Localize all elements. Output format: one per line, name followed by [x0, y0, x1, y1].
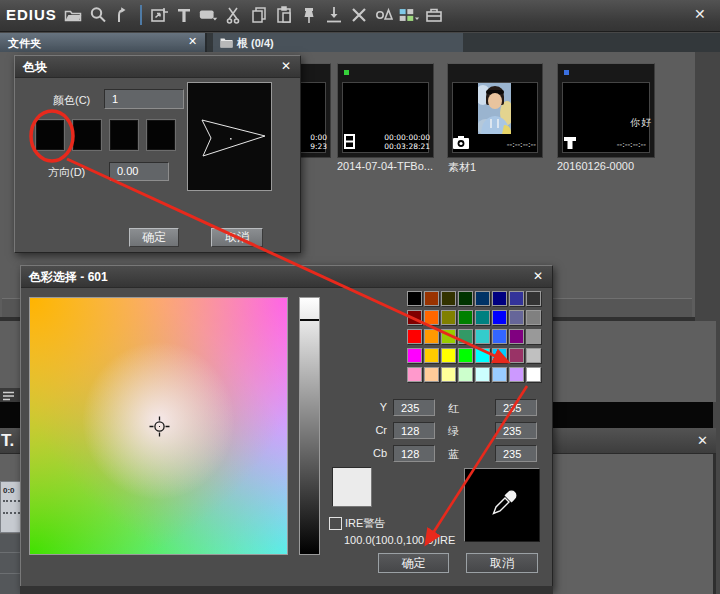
palette-swatch-r5c7[interactable] — [510, 368, 523, 381]
color-swatch-1[interactable] — [35, 119, 65, 151]
palette-swatch-r3c8[interactable] — [527, 330, 540, 343]
palette-swatch-r3c2[interactable] — [425, 330, 438, 343]
clip-4-timecode: --:--:--:-- — [617, 141, 646, 149]
insert-to-timeline-icon[interactable] — [323, 4, 345, 26]
palette-swatch-r4c2[interactable] — [425, 349, 438, 362]
preset-color-palette — [408, 292, 540, 381]
color-block-title: 色块 — [23, 59, 47, 76]
clip-2-timecode-dur: 00:03:28:21 — [384, 143, 430, 151]
palette-swatch-r3c4[interactable] — [459, 330, 472, 343]
clip-4-blue-marker — [564, 70, 569, 75]
color-picker-close-icon[interactable]: ✕ — [533, 269, 543, 283]
palette-swatch-r2c4[interactable] — [459, 311, 472, 324]
window-close-icon[interactable]: ✕ — [694, 6, 706, 22]
clip-3-name[interactable]: 素材1 — [448, 160, 476, 175]
luminance-slider-handle[interactable] — [300, 319, 319, 321]
palette-swatch-r3c5[interactable] — [476, 330, 489, 343]
palette-swatch-r5c5[interactable] — [476, 368, 489, 381]
palette-swatch-r4c3[interactable] — [442, 349, 455, 362]
palette-swatch-r5c1[interactable] — [408, 368, 421, 381]
clip-card-4[interactable]: 你好 --:--:--:-- — [557, 63, 655, 158]
blue-field[interactable]: 235 — [495, 445, 537, 462]
palette-swatch-r1c4[interactable] — [459, 292, 472, 305]
palette-swatch-r2c6[interactable] — [493, 311, 506, 324]
palette-swatch-r2c1[interactable] — [408, 311, 421, 324]
color-block-cancel-button[interactable]: 取消 — [211, 228, 263, 247]
color-count-field[interactable]: 1 — [104, 89, 184, 109]
palette-swatch-r3c3[interactable] — [442, 330, 455, 343]
cr-field[interactable]: 128 — [393, 422, 435, 439]
tab-folder[interactable]: 文件夹 ✕ — [0, 33, 207, 52]
color-swatch-4[interactable] — [146, 119, 176, 151]
color-gradient-field[interactable] — [29, 297, 288, 555]
open-project-icon[interactable] — [112, 4, 134, 26]
delete-icon[interactable] — [348, 4, 370, 26]
open-folder-icon[interactable] — [62, 4, 84, 26]
y-field[interactable]: 235 — [393, 399, 435, 416]
eyedropper-well[interactable] — [464, 468, 540, 542]
background-window-close-icon[interactable]: ✕ — [697, 433, 708, 448]
palette-swatch-r5c8[interactable] — [527, 368, 540, 381]
palette-swatch-r3c6[interactable] — [493, 330, 506, 343]
palette-swatch-r5c2[interactable] — [425, 368, 438, 381]
direction-label: 方向(D) — [48, 165, 85, 180]
color-picker-dialog: 色彩选择 - 601 ✕ Y 235 Cr 128 Cb 128 红 235 绿… — [20, 265, 553, 590]
palette-swatch-r1c1[interactable] — [408, 292, 421, 305]
green-field[interactable]: 235 — [495, 422, 537, 439]
palette-swatch-r1c5[interactable] — [476, 292, 489, 305]
clip-card-2[interactable]: 00:00:00:00 00:03:28:21 — [337, 63, 434, 158]
color-swatch-3[interactable] — [109, 119, 139, 151]
paste-icon[interactable] — [273, 4, 295, 26]
palette-swatch-r2c3[interactable] — [442, 311, 455, 324]
set-cut-point-icon[interactable] — [298, 4, 320, 26]
palette-swatch-r3c7[interactable] — [510, 330, 523, 343]
clip-2-name[interactable]: 2014-07-04-TFBo... — [337, 160, 433, 172]
color-swatch-2[interactable] — [72, 119, 102, 151]
palette-swatch-r5c4[interactable] — [459, 368, 472, 381]
color-block-close-icon[interactable]: ✕ — [281, 59, 291, 73]
palette-swatch-r1c8[interactable] — [527, 292, 540, 305]
palette-swatch-r4c8[interactable] — [527, 349, 540, 362]
palette-swatch-r4c5[interactable] — [476, 349, 489, 362]
capture-icon[interactable] — [148, 4, 170, 26]
tab-root-bin[interactable]: 根 (0/4) — [213, 33, 463, 52]
palette-swatch-r1c3[interactable] — [442, 292, 455, 305]
clip-4-name[interactable]: 20160126-0000 — [557, 160, 634, 172]
palette-swatch-r4c7[interactable] — [510, 349, 523, 362]
color-block-titlebar[interactable]: 色块 ✕ — [15, 56, 300, 78]
palette-swatch-r2c2[interactable] — [425, 311, 438, 324]
bin-folder-icon — [220, 37, 233, 48]
palette-swatch-r2c8[interactable] — [527, 311, 540, 324]
palette-swatch-r4c1[interactable] — [408, 349, 421, 362]
palette-swatch-r1c6[interactable] — [493, 292, 506, 305]
copy-icon[interactable] — [248, 4, 270, 26]
cb-field[interactable]: 128 — [393, 445, 435, 462]
search-icon[interactable] — [87, 4, 109, 26]
cut-icon[interactable] — [223, 4, 245, 26]
toolbox-icon[interactable] — [423, 4, 445, 26]
palette-swatch-r4c4[interactable] — [459, 349, 472, 362]
palette-swatch-r3c1[interactable] — [408, 330, 421, 343]
palette-swatch-r1c2[interactable] — [425, 292, 438, 305]
color-picker-cancel-button[interactable]: 取消 — [466, 553, 538, 573]
palette-swatch-r1c7[interactable] — [510, 292, 523, 305]
palette-swatch-r2c7[interactable] — [510, 311, 523, 324]
sync-icon[interactable] — [373, 4, 395, 26]
palette-swatch-r4c6[interactable] — [493, 349, 506, 362]
color-bar-icon[interactable] — [198, 4, 220, 26]
color-picker-title: 色彩选择 - 601 — [29, 269, 108, 286]
color-picker-ok-button[interactable]: 确定 — [378, 553, 449, 573]
clip-card-3[interactable]: --:--:--:-- — [447, 63, 543, 158]
luminance-slider[interactable] — [299, 297, 320, 555]
direction-field[interactable]: 0.00 — [109, 162, 169, 181]
ire-warning-checkbox[interactable] — [329, 517, 342, 530]
layout-icon[interactable] — [398, 4, 420, 26]
palette-swatch-r5c6[interactable] — [493, 368, 506, 381]
color-picker-titlebar[interactable]: 色彩选择 - 601 ✕ — [21, 266, 552, 288]
palette-swatch-r5c3[interactable] — [442, 368, 455, 381]
red-field[interactable]: 235 — [495, 399, 537, 416]
tab-close-icon[interactable]: ✕ — [188, 35, 197, 48]
title-icon[interactable] — [173, 4, 195, 26]
palette-swatch-r2c5[interactable] — [476, 311, 489, 324]
color-block-ok-button[interactable]: 确定 — [129, 228, 179, 247]
